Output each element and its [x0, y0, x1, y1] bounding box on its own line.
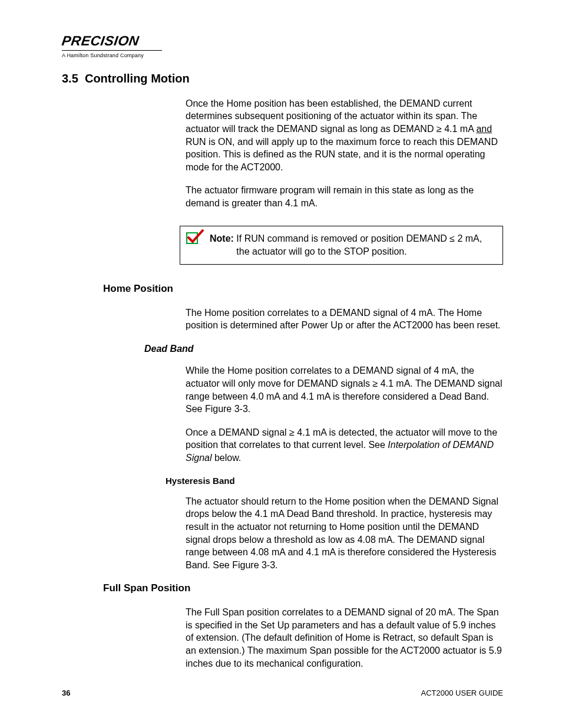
- intro-paragraph-2: The actuator firmware program will remai…: [186, 184, 503, 209]
- checkmark-icon: [185, 229, 204, 245]
- note-callout: Note: If RUN command is removed or posit…: [180, 226, 503, 264]
- intro-paragraph-1: Once the Home position has been establis…: [186, 97, 503, 174]
- note-line-2: the actuator will go to the STOP positio…: [236, 246, 406, 256]
- dead-band-heading: Dead Band: [144, 342, 503, 355]
- dead-band-p2-b: below.: [211, 453, 241, 463]
- section-title: Controlling Motion: [85, 72, 190, 85]
- full-span-paragraph: The Full Span position correlates to a D…: [186, 606, 503, 670]
- hysteresis-band-paragraph: The actuator should return to the Home p…: [186, 495, 503, 572]
- note-line-1: If RUN command is removed or position DE…: [236, 233, 482, 243]
- logo-tagline: A Hamilton Sundstrand Company: [62, 52, 503, 59]
- section-heading: 3.5 Controlling Motion: [62, 71, 503, 87]
- note-text: Note: If RUN command is removed or posit…: [210, 232, 494, 258]
- intro-p1-and: and: [476, 124, 492, 134]
- note-label: Note:: [210, 233, 236, 243]
- home-position-paragraph: The Home position correlates to a DEMAND…: [186, 307, 503, 332]
- intro-p1-part-b: RUN is ON, and will apply up to the maxi…: [186, 137, 498, 172]
- page-footer: 36 ACT2000 USER GUIDE: [62, 688, 503, 699]
- intro-p1-part-a: Once the Home position has been establis…: [186, 98, 477, 134]
- document-title: ACT2000 USER GUIDE: [421, 688, 503, 699]
- section-number: 3.5: [62, 72, 78, 85]
- dead-band-paragraph-2: Once a DEMAND signal ≥ 4.1 mA is detecte…: [186, 426, 503, 465]
- logo-divider: [62, 50, 162, 51]
- hysteresis-band-heading: Hysteresis Band: [166, 475, 503, 487]
- page-number: 36: [62, 688, 70, 699]
- home-position-heading: Home Position: [103, 282, 503, 296]
- full-span-heading: Full Span Position: [103, 582, 503, 595]
- logo-text: PRECISION: [61, 34, 140, 48]
- dead-band-paragraph-1: While the Home position correlates to a …: [186, 364, 503, 415]
- brand-logo: PRECISION A Hamilton Sundstrand Company: [62, 34, 503, 59]
